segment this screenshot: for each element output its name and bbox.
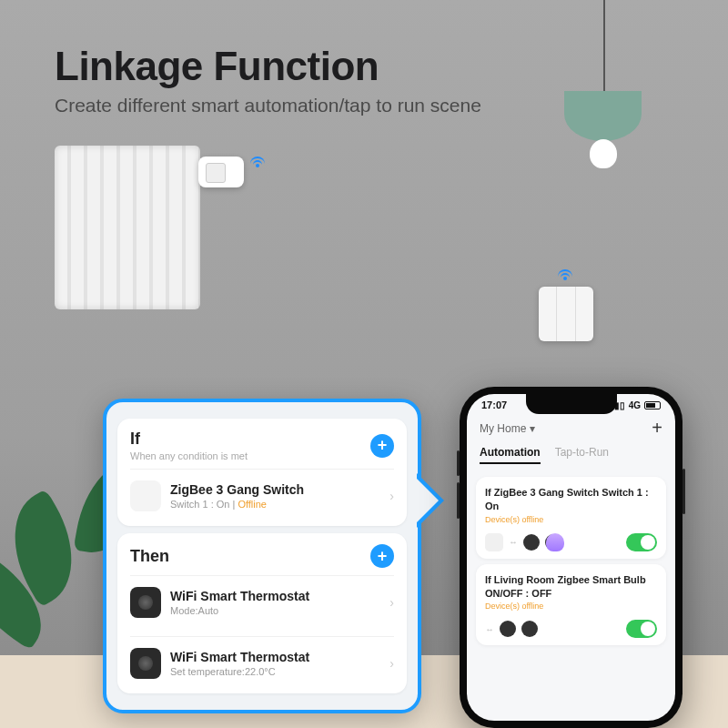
tab-automation[interactable]: Automation <box>480 446 541 464</box>
action-detail: Mode:Auto <box>170 605 384 616</box>
device-icon <box>500 621 516 637</box>
phone-notch <box>526 394 617 414</box>
chevron-right-icon: › <box>389 489 394 503</box>
page-subtitle: Create different smart automation/tap to… <box>55 95 692 116</box>
action-row[interactable]: WiFi Smart Thermostat Mode:Auto › <box>130 575 394 629</box>
device-icon <box>485 533 503 551</box>
phone-frame: 17:07 ➤ ▮▮▮▯ 4G My Home ▾ + Automation T… <box>460 387 682 728</box>
action-row[interactable]: WiFi Smart Thermostat Set temperature:22… <box>130 636 394 690</box>
condition-detail: Switch 1 : On | Offline <box>170 499 384 510</box>
if-section: If When any condition is met + ZigBee 3 … <box>117 419 407 526</box>
arrow-icon: ↔ <box>485 624 494 634</box>
battery-icon <box>644 401 661 410</box>
device-icon <box>521 621 538 637</box>
tab-tap-to-run[interactable]: Tap-to-Run <box>555 446 609 464</box>
radiator <box>55 146 200 309</box>
status-time: 17:07 <box>481 399 507 410</box>
network-label: 4G <box>629 400 641 410</box>
then-section: Then + WiFi Smart Thermostat Mode:Auto ›… <box>117 533 407 693</box>
enable-toggle[interactable] <box>626 620 657 638</box>
thermostat-icon <box>130 648 161 679</box>
if-subtitle: When any condition is met <box>130 450 248 461</box>
card-icons: ↔ <box>485 621 538 637</box>
action-name: WiFi Smart Thermostat <box>170 589 384 603</box>
switch-icon <box>130 480 161 511</box>
wall-switch <box>539 287 593 341</box>
page-title: Linkage Function <box>55 44 692 89</box>
automation-card[interactable]: If ZigBee 3 Gang Switch Switch 1 : On De… <box>476 477 666 559</box>
automation-popup: If When any condition is met + ZigBee 3 … <box>103 399 421 713</box>
if-title: If <box>130 430 248 449</box>
card-status: Device(s) offline <box>485 515 657 524</box>
arrow-icon: ↔ <box>509 537 518 547</box>
wifi-icon <box>249 157 266 169</box>
phone-screen: 17:07 ➤ ▮▮▮▯ 4G My Home ▾ + Automation T… <box>467 394 675 721</box>
chevron-right-icon: › <box>389 656 394 671</box>
chevron-right-icon: › <box>389 595 394 610</box>
home-dropdown[interactable]: My Home ▾ <box>480 422 535 435</box>
action-name: WiFi Smart Thermostat <box>170 650 384 664</box>
add-action-button[interactable]: + <box>370 544 394 568</box>
callout-arrow <box>417 473 444 528</box>
lamp-bulb <box>590 139 617 168</box>
tab-bar: Automation Tap-to-Run <box>467 442 675 471</box>
condition-name: ZigBee 3 Gang Switch <box>170 482 384 497</box>
device-icon <box>523 534 540 551</box>
condition-row[interactable]: ZigBee 3 Gang Switch Switch 1 : On | Off… <box>130 469 394 522</box>
thermostat-valve <box>198 157 244 187</box>
card-title: If Living Room Zigbee Smart Bulb ON/OFF … <box>485 573 657 601</box>
wifi-icon <box>557 269 573 282</box>
action-detail: Set temperature:22.0°C <box>170 666 384 677</box>
add-condition-button[interactable]: + <box>370 434 394 458</box>
enable-toggle[interactable] <box>626 533 657 551</box>
card-title: If ZigBee 3 Gang Switch Switch 1 : On <box>485 486 657 513</box>
add-button[interactable]: + <box>652 418 662 439</box>
thermostat-icon <box>130 587 161 618</box>
automation-card[interactable]: If Living Room Zigbee Smart Bulb ON/OFF … <box>476 564 666 646</box>
heading-block: Linkage Function Create different smart … <box>55 44 692 116</box>
then-title: Then <box>130 547 169 566</box>
bulb-icon <box>546 533 564 551</box>
card-status: Device(s) offline <box>485 602 657 611</box>
